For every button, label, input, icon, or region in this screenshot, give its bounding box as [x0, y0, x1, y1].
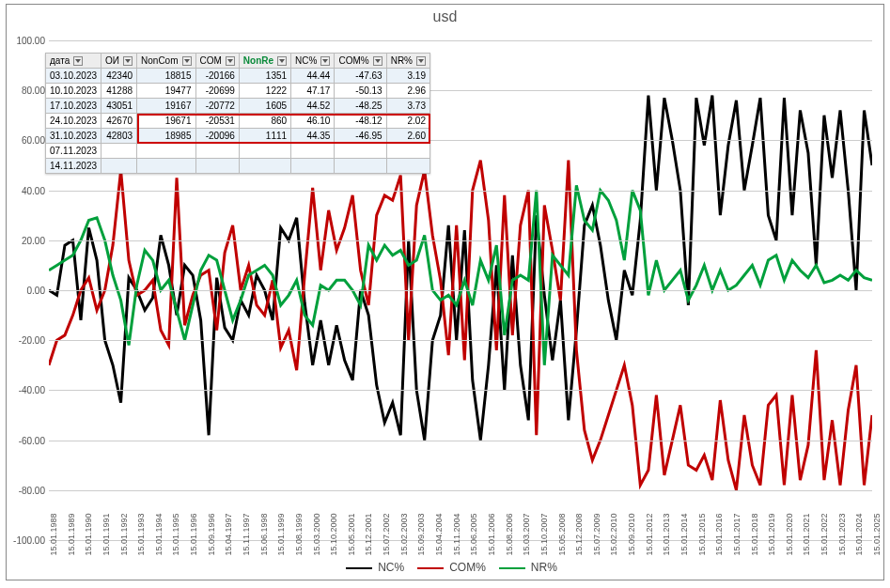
- x-tick-label: 15.01.2014: [679, 513, 689, 555]
- legend-label: COM%: [449, 561, 486, 574]
- x-tick-label: 15.01.1988: [49, 513, 58, 555]
- legend-swatch: [499, 567, 525, 569]
- x-tick-label: 15.01.2015: [697, 513, 707, 555]
- table-cell: 2.96: [386, 84, 429, 99]
- table-cell: [239, 159, 290, 174]
- col-header[interactable]: ОИ: [101, 54, 137, 69]
- table-cell: [291, 159, 335, 174]
- y-tick-label: 20.00: [13, 235, 45, 245]
- table-cell: 07.11.2023: [46, 144, 101, 159]
- gridline: [49, 390, 872, 391]
- table-cell: 03.10.2023: [46, 69, 101, 84]
- x-tick-label: 15.02.2010: [609, 513, 618, 555]
- table-cell: 43051: [101, 99, 137, 114]
- table-cell: 3.19: [386, 69, 429, 84]
- table-cell: 14.11.2023: [46, 159, 101, 174]
- table-cell: -20772: [195, 99, 239, 114]
- table-cell: [137, 159, 195, 174]
- table-cell: [239, 144, 290, 159]
- x-tick-label: 15.11.1997: [242, 513, 251, 555]
- x-tick-label: 15.09.2003: [416, 513, 426, 555]
- table-cell: 2.60: [386, 129, 429, 144]
- table-cell: 1605: [239, 99, 290, 114]
- x-tick-label: 15.01.2017: [732, 513, 742, 555]
- x-tick-label: 15.01.2021: [802, 513, 811, 555]
- table-cell: [335, 144, 386, 159]
- x-tick-label: 15.06.1998: [259, 513, 269, 555]
- gridline: [49, 240, 872, 241]
- legend-label: NC%: [378, 561, 404, 574]
- table-cell: 47.17: [291, 84, 335, 99]
- x-tick-label: 15.01.2025: [872, 513, 882, 555]
- table-cell: [386, 159, 429, 174]
- filter-dropdown-icon[interactable]: [416, 56, 426, 66]
- table-cell: 1351: [239, 69, 290, 84]
- table-row: 03.10.20234234018815-20166135144.44-47.6…: [46, 69, 430, 84]
- x-tick-label: 15.01.2023: [837, 513, 847, 555]
- col-header[interactable]: NC%: [291, 54, 335, 69]
- table-cell: 42670: [101, 114, 137, 129]
- table-cell: 19167: [137, 99, 195, 114]
- x-tick-label: 15.03.2000: [312, 513, 321, 555]
- table-row: 07.11.2023: [46, 144, 430, 159]
- x-tick-label: 15.01.1993: [136, 513, 146, 555]
- filter-dropdown-icon[interactable]: [373, 56, 383, 66]
- x-tick-label: 15.10.2007: [539, 513, 549, 555]
- y-tick-label: 0.00: [13, 286, 45, 296]
- table-cell: 44.44: [291, 69, 335, 84]
- x-tick-label: 15.09.1996: [207, 513, 216, 555]
- table-cell: 3.73: [386, 99, 429, 114]
- col-header[interactable]: NR%: [386, 54, 429, 69]
- table-cell: -20531: [195, 114, 239, 129]
- legend-swatch: [417, 567, 444, 569]
- gridline: [49, 340, 872, 341]
- filter-dropdown-icon[interactable]: [277, 56, 287, 66]
- col-header[interactable]: COM: [195, 54, 239, 69]
- table-header-row: датаОИNonComCOMNonReNC%COM%NR%: [46, 54, 430, 69]
- x-tick-label: 15.01.2013: [662, 513, 671, 555]
- filter-dropdown-icon[interactable]: [182, 56, 192, 66]
- y-tick-label: 40.00: [13, 185, 45, 195]
- table-cell: [195, 144, 239, 159]
- table-cell: 860: [239, 114, 290, 129]
- x-tick-label: 15.01.1996: [189, 513, 198, 555]
- col-header[interactable]: COM%: [335, 54, 386, 69]
- x-tick-label: 15.08.1999: [294, 513, 304, 555]
- x-tick-label: 15.01.1999: [276, 513, 286, 555]
- filter-dropdown-icon[interactable]: [320, 56, 330, 66]
- table-cell: [195, 159, 239, 174]
- x-tick-label: 15.02.2003: [399, 513, 409, 555]
- y-tick-label: -20.00: [13, 335, 45, 346]
- x-tick-label: 15.12.2001: [364, 513, 373, 555]
- filter-dropdown-icon[interactable]: [123, 56, 133, 66]
- y-tick-label: 80.00: [13, 85, 45, 96]
- table-cell: [137, 144, 195, 159]
- y-tick-label: -40.00: [13, 385, 45, 395]
- col-header[interactable]: NonRe: [239, 54, 290, 69]
- table-cell: 42340: [101, 69, 137, 84]
- x-tick-label: 15.07.2009: [592, 513, 601, 555]
- table-cell: 18985: [137, 129, 195, 144]
- x-tick-label: 15.01.1992: [119, 513, 129, 555]
- x-tick-label: 15.01.1991: [101, 513, 111, 555]
- x-tick-label: 15.03.2007: [522, 513, 531, 555]
- col-header[interactable]: дата: [46, 54, 101, 69]
- x-tick-label: 15.01.2012: [645, 513, 654, 555]
- filter-dropdown-icon[interactable]: [226, 56, 235, 66]
- table-cell: 19477: [137, 84, 195, 99]
- table-cell: -20699: [195, 84, 239, 99]
- col-header[interactable]: NonCom: [137, 54, 195, 69]
- chart-title: usd: [7, 5, 883, 25]
- table-cell: 2.02: [386, 114, 429, 129]
- table-cell: 41288: [101, 84, 137, 99]
- x-tick-label: 15.01.1989: [67, 513, 76, 555]
- x-tick-label: 15.07.2002: [382, 513, 391, 555]
- x-tick-label: 15.01.2019: [767, 513, 776, 555]
- legend-swatch: [346, 567, 372, 569]
- x-tick-label: 15.01.2016: [714, 513, 724, 555]
- table-cell: [291, 144, 335, 159]
- table-cell: 19671: [137, 114, 195, 129]
- table-cell: 1222: [239, 84, 290, 99]
- filter-dropdown-icon[interactable]: [73, 56, 83, 66]
- table-row: 24.10.20234267019671-2053186046.10-48.12…: [46, 114, 430, 129]
